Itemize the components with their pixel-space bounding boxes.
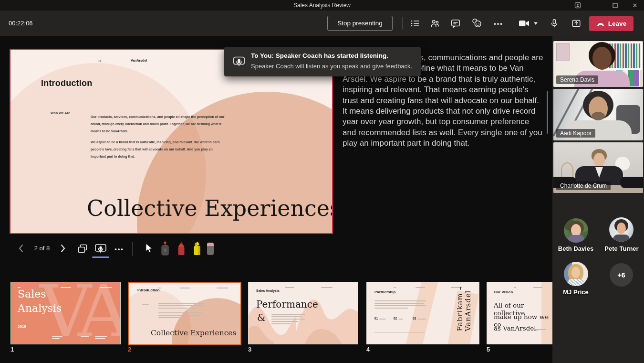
notes-line: trust and creating fans that will advoca… bbox=[343, 96, 548, 106]
notes-scrollbar[interactable] bbox=[547, 91, 548, 134]
video-tile-aadi[interactable]: Aadi Kapoor bbox=[553, 89, 643, 140]
title-line: Sales bbox=[18, 288, 46, 300]
meeting-timer: 00:22:06 bbox=[9, 11, 33, 36]
laser-pointer-tool-button[interactable] bbox=[159, 241, 171, 256]
camera-options-button[interactable] bbox=[533, 18, 539, 29]
leave-button[interactable]: Leave bbox=[589, 16, 634, 31]
cursor-tool-button[interactable] bbox=[144, 242, 154, 255]
camera-icon bbox=[519, 19, 530, 28]
avatar-name-label: Pete Turner bbox=[598, 245, 644, 252]
slide-position-label: 2 of 8 bbox=[29, 241, 55, 256]
video-tile-serena[interactable]: Serena Davis bbox=[553, 41, 643, 87]
pen-tool-button[interactable] bbox=[176, 241, 187, 256]
chat-icon bbox=[450, 18, 461, 29]
minimize-button[interactable]: – bbox=[588, 0, 602, 11]
toast-subtitle: Speaker Coach will listen as you speak a… bbox=[251, 63, 412, 70]
micro-text bbox=[271, 321, 298, 322]
micro-text bbox=[95, 336, 107, 337]
thumbnail-number: 1 bbox=[10, 346, 14, 353]
highlighter-tool-button[interactable] bbox=[191, 241, 203, 256]
people-icon bbox=[430, 18, 440, 29]
slide-heading: Introduction bbox=[41, 78, 92, 88]
micro-text bbox=[158, 308, 188, 309]
thumbnail-slide-5[interactable]: Our Vision All of our collective make up… bbox=[487, 282, 553, 344]
share-tray-button[interactable] bbox=[571, 18, 582, 29]
thumbnail-slide-1[interactable]: VA Sales Analysis 2019 bbox=[10, 282, 121, 344]
avatar-beth-davies[interactable] bbox=[564, 218, 588, 243]
close-icon: ✕ bbox=[633, 2, 638, 9]
micro-text bbox=[374, 300, 426, 301]
avatar-mj-price[interactable] bbox=[564, 262, 588, 286]
person-face bbox=[592, 47, 612, 70]
thumbnail-slide-3[interactable]: Sales Analysis Performance & bbox=[248, 282, 358, 344]
poster-decoration bbox=[556, 43, 570, 61]
chevron-left-icon bbox=[18, 244, 24, 253]
camera-button[interactable] bbox=[518, 18, 530, 29]
stop-presenting-label: Stop presenting bbox=[337, 20, 383, 27]
eraser-icon bbox=[205, 241, 216, 256]
notes-line: year over year growth, but top consumer … bbox=[343, 117, 548, 127]
thumbnail-heading: Introduction bbox=[137, 288, 160, 292]
micro-text bbox=[158, 315, 200, 316]
overflow-participants-button[interactable]: +6 bbox=[610, 263, 633, 287]
micro-text bbox=[271, 314, 305, 315]
more-options-button[interactable]: ••• bbox=[493, 18, 504, 29]
participant-name-label: Aadi Kapoor bbox=[556, 129, 595, 138]
close-button[interactable]: ✕ bbox=[628, 0, 642, 11]
microphone-button[interactable] bbox=[549, 18, 560, 29]
step-label: 03 bbox=[413, 317, 416, 320]
vertical-line: Fabrikam – bbox=[456, 286, 464, 331]
micro-text bbox=[271, 323, 291, 324]
thumbnail-title: Sales Analysis bbox=[18, 287, 62, 316]
micro-text bbox=[61, 287, 71, 288]
title-bar: Sales Analysis Review – ✕ bbox=[0, 0, 644, 11]
maximize-button[interactable] bbox=[608, 0, 622, 11]
avatar-pete-turner[interactable] bbox=[609, 217, 634, 242]
speaker-coach-button[interactable] bbox=[93, 243, 108, 255]
eraser-tool-button[interactable] bbox=[204, 241, 217, 256]
profile-square-icon bbox=[574, 2, 581, 9]
tools-divider bbox=[132, 242, 133, 256]
nav-more-button[interactable]: ••• bbox=[113, 243, 126, 255]
more-dots-icon: ••• bbox=[494, 20, 503, 27]
agenda-button[interactable] bbox=[409, 18, 421, 29]
reactions-button[interactable] bbox=[471, 18, 483, 29]
list-icon bbox=[410, 18, 420, 29]
all-slides-button[interactable] bbox=[76, 243, 89, 255]
video-tile-charlotte[interactable]: Charlotte de Crum bbox=[553, 142, 643, 193]
person-beard bbox=[592, 112, 605, 120]
notes-line: and recommended lists as well. Every sin… bbox=[343, 128, 548, 138]
thumbnail-number: 3 bbox=[248, 346, 251, 353]
stop-presenting-button[interactable]: Stop presenting bbox=[327, 16, 393, 31]
micro-text bbox=[158, 305, 204, 306]
share-screen-icon bbox=[571, 18, 582, 29]
micro-text bbox=[271, 319, 305, 320]
yellow-highlighter-icon bbox=[191, 241, 203, 256]
thumbnail-number-active: 2 bbox=[128, 346, 131, 353]
chat-button[interactable] bbox=[450, 18, 461, 29]
thumbnail-number: 5 bbox=[487, 346, 490, 353]
chevron-right-icon bbox=[60, 244, 66, 253]
app-window-icon[interactable] bbox=[571, 0, 585, 11]
thumbnail-slide-2-selected[interactable]: Introduction Collective Experiences bbox=[128, 282, 241, 345]
micro-text bbox=[415, 287, 425, 288]
stripe-decoration bbox=[402, 282, 440, 344]
more-dots-icon: ••• bbox=[114, 246, 124, 253]
speaker-coach-icon bbox=[94, 243, 107, 255]
slide-body-paragraph: Our products, services, communications, … bbox=[91, 113, 225, 135]
participants-button[interactable] bbox=[429, 18, 441, 29]
thumbnail-heading: Our Vision bbox=[494, 290, 513, 294]
micro-text bbox=[285, 287, 294, 288]
speaker-coach-toast[interactable]: To You: Speaker Coach has started listen… bbox=[224, 47, 421, 76]
presented-slide[interactable]: 01 VanArsdel Introduction Who We Are Our… bbox=[10, 49, 333, 234]
person-face bbox=[593, 153, 605, 167]
table-decoration bbox=[561, 162, 573, 179]
next-slide-button[interactable] bbox=[58, 243, 68, 254]
thumbnail-heading: Partnership bbox=[374, 290, 395, 294]
thumbnail-title: Performance bbox=[256, 299, 318, 310]
thumbnail-slide-4[interactable]: Partnership 01 02 03 Fabrikam – VanArsde… bbox=[366, 282, 479, 344]
avatar-name-label: Beth Davies bbox=[552, 245, 600, 252]
maximize-icon bbox=[613, 3, 618, 8]
previous-slide-button[interactable] bbox=[16, 243, 26, 254]
micro-text bbox=[95, 338, 105, 339]
